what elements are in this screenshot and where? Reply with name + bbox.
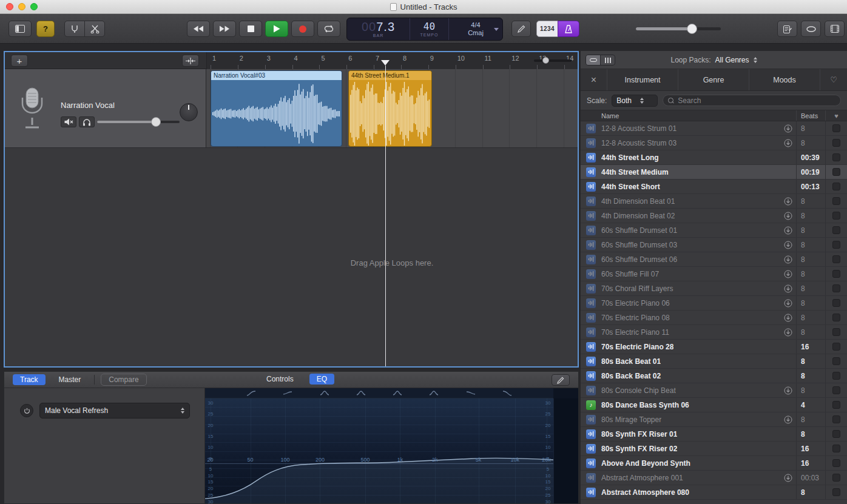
favorite-checkbox[interactable] [832, 284, 840, 292]
master-volume-slider[interactable] [636, 27, 721, 30]
tab-track[interactable]: Track [13, 374, 46, 385]
favorite-checkbox[interactable] [832, 372, 840, 380]
favorite-checkbox[interactable] [832, 270, 840, 278]
search-field[interactable] [663, 95, 841, 106]
loop-row[interactable]: 80s Back Beat 018 [581, 354, 847, 369]
loop-row[interactable]: 44th Street Short00:13 [581, 180, 847, 194]
rewind-button[interactable] [187, 21, 210, 37]
region-44th-street[interactable]: 44th Street Medium.1 [348, 70, 432, 147]
tuner-button[interactable] [64, 21, 85, 37]
download-icon[interactable] [784, 226, 792, 235]
loop-row[interactable]: Abstract Atmosphere 0808 [581, 485, 847, 500]
favorite-checkbox[interactable] [832, 124, 840, 132]
plugin-power-button[interactable] [20, 404, 33, 417]
eq-edit-button[interactable] [552, 374, 570, 386]
column-view-toggle[interactable] [600, 55, 615, 66]
loop-row[interactable]: 80s Console Chip Beat8 [581, 383, 847, 398]
loop-row[interactable]: 80s Synth FX Riser 018 [581, 427, 847, 442]
region-narration-vocal[interactable]: Narration Vocal#03 [211, 70, 342, 147]
favorite-checkbox[interactable] [832, 459, 840, 467]
loop-packs-dropdown[interactable]: Loop Packs: All Genres [670, 56, 757, 64]
download-icon[interactable] [784, 255, 792, 264]
media-browser-button[interactable] [825, 21, 845, 37]
loop-row[interactable]: 70s Electric Piano 068 [581, 296, 847, 311]
favorite-checkbox[interactable] [832, 241, 840, 249]
download-icon[interactable] [784, 386, 792, 395]
ruler[interactable]: 1234567891011121314 [206, 52, 578, 69]
automation-button[interactable] [511, 21, 531, 37]
library-button[interactable] [8, 21, 32, 37]
favorite-checkbox[interactable] [832, 139, 840, 147]
beats-column-header[interactable]: Beats [796, 110, 825, 121]
solo-button[interactable] [79, 116, 95, 127]
download-icon[interactable] [784, 139, 792, 147]
quick-help-button[interactable]: ? [36, 21, 55, 37]
download-icon[interactable] [784, 124, 792, 133]
favorite-checkbox[interactable] [832, 430, 840, 438]
favorite-checkbox[interactable] [832, 255, 840, 263]
loop-row[interactable]: 12-8 Acoustic Strum 018 [581, 121, 847, 136]
chevron-down-icon[interactable] [494, 28, 499, 31]
favorite-checkbox[interactable] [832, 299, 840, 307]
favorites-column-header[interactable]: ♥ [825, 110, 847, 121]
download-icon[interactable] [784, 299, 792, 307]
playhead-marker[interactable] [381, 60, 390, 70]
favorite-checkbox[interactable] [832, 314, 840, 321]
forward-button[interactable] [213, 21, 236, 37]
count-in-button[interactable]: 1234 [536, 21, 558, 37]
favorite-checkbox[interactable] [832, 445, 840, 452]
minimize-button[interactable] [18, 3, 25, 10]
track-lane[interactable]: Narration Vocal#03 44th Street Medium.1 [206, 69, 578, 148]
favorite-checkbox[interactable] [832, 343, 840, 351]
download-icon[interactable] [784, 212, 792, 220]
master-volume-knob[interactable] [687, 24, 697, 34]
button-view-toggle[interactable] [585, 55, 601, 66]
loop-row[interactable]: Above And Beyond Synth16 [581, 456, 847, 471]
loop-tab-genre[interactable]: Genre [678, 69, 749, 90]
favorite-checkbox[interactable] [832, 153, 840, 161]
preset-dropdown[interactable]: Male Vocal Refresh [39, 403, 190, 418]
loop-row[interactable]: 70s Choral Riff Layers8 [581, 281, 847, 296]
loop-row[interactable]: 4th Dimension Beat 018 [581, 194, 847, 209]
compare-button[interactable]: Compare [101, 374, 146, 386]
favorite-checkbox[interactable] [832, 474, 840, 482]
download-icon[interactable] [784, 197, 792, 206]
loop-row[interactable]: 60s Shuffle Fill 078 [581, 267, 847, 281]
loop-browser-button[interactable] [801, 21, 821, 37]
add-track-button[interactable]: + [11, 55, 28, 67]
download-icon[interactable] [784, 415, 792, 424]
favorite-checkbox[interactable] [832, 168, 840, 176]
track-header[interactable]: Narration Vocal [5, 69, 206, 148]
reset-filters-button[interactable]: × [581, 69, 607, 90]
loop-row[interactable]: 44th Street Long00:39 [581, 150, 847, 165]
scale-dropdown[interactable]: Both [612, 95, 658, 107]
favorite-checkbox[interactable] [832, 415, 840, 423]
loop-row[interactable]: 80s Back Beat 028 [581, 369, 847, 383]
eq-band-button[interactable] [246, 388, 256, 398]
loop-row[interactable]: ♪80s Dance Bass Synth 064 [581, 398, 847, 412]
metronome-button[interactable] [558, 21, 579, 37]
track-header-filter-button[interactable] [182, 55, 199, 67]
loop-row[interactable]: 44th Street Medium00:19 [581, 165, 847, 180]
zoom-slider-knob[interactable] [542, 57, 549, 64]
tab-eq[interactable]: EQ [309, 374, 334, 385]
eq-band-button[interactable] [356, 388, 366, 398]
favorite-checkbox[interactable] [832, 357, 840, 365]
name-column-header[interactable]: Name [601, 110, 796, 121]
loop-row[interactable]: 60s Shuffle Drumset 068 [581, 252, 847, 267]
favorite-checkbox[interactable] [832, 197, 840, 205]
mute-button[interactable] [61, 116, 76, 127]
track-name[interactable]: Narration Vocal [61, 101, 115, 110]
track-volume-slider[interactable] [97, 121, 180, 123]
favorite-checkbox[interactable] [832, 183, 840, 190]
close-button[interactable] [6, 3, 13, 10]
empty-track-area[interactable]: Drag Apple Loops here. [5, 148, 578, 366]
loop-row[interactable]: 12-8 Acoustic Strum 038 [581, 136, 847, 150]
eq-band-button[interactable] [429, 388, 439, 398]
download-icon[interactable] [784, 474, 792, 482]
tab-controls[interactable]: Controls [259, 374, 301, 385]
eq-band-button[interactable] [466, 388, 476, 398]
eq-band-button[interactable] [502, 388, 512, 398]
download-icon[interactable] [784, 270, 792, 278]
stop-button[interactable] [239, 21, 262, 37]
